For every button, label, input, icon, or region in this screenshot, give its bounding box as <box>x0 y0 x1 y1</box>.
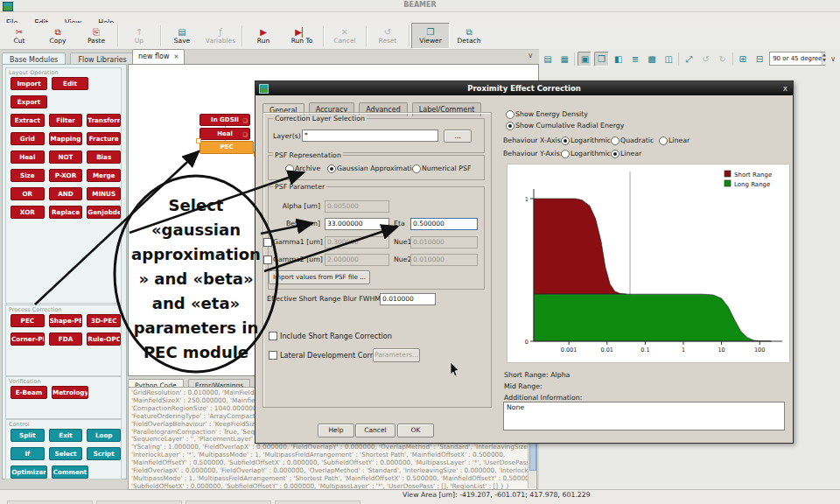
module-button-optimizer[interactable]: Optimizer <box>10 466 47 479</box>
module-button-loop[interactable]: Loop <box>87 429 121 442</box>
module-button-metrology[interactable]: Metrology <box>52 386 88 399</box>
radio-y-logarithmic[interactable] <box>561 150 570 158</box>
module-button-shape-pec[interactable]: Shape-PEC <box>49 314 83 327</box>
lateral-development-checkbox[interactable] <box>269 351 277 360</box>
module-button-transform[interactable]: Transform <box>87 114 121 127</box>
viewer-toolbar-separator <box>574 52 575 66</box>
viewer-button[interactable]: ❐Viewer <box>411 23 450 49</box>
beta-input[interactable]: 33.000000 <box>325 218 389 230</box>
layers-input[interactable]: * <box>302 130 438 142</box>
module-button-p-xor[interactable]: P-XOR <box>49 169 83 182</box>
save-view-icon[interactable]: ▤ <box>541 52 555 66</box>
module-button-not[interactable]: NOT <box>49 150 83 164</box>
module-button-mapping[interactable]: Mapping <box>49 132 83 145</box>
module-button-size[interactable]: Size <box>10 169 45 182</box>
flow-node-in-gdsii[interactable]: In GDSII❏ <box>200 114 250 126</box>
zoom-in-icon[interactable]: ⊞ <box>736 52 750 66</box>
radio-show-cumulative[interactable] <box>506 122 514 130</box>
dialog-titlebar[interactable]: Proximity Effect Correction x <box>256 81 793 95</box>
run-button[interactable]: ▶Run <box>244 23 283 49</box>
module-button-bias[interactable]: Bias <box>87 150 121 164</box>
gamma1-checkbox[interactable] <box>263 238 272 247</box>
module-button-import[interactable]: Import <box>10 77 47 90</box>
union-view-icon[interactable]: ◫ <box>662 52 676 66</box>
ok-button[interactable]: OK <box>397 424 434 438</box>
flow-node-pec[interactable]: PEC <box>200 141 254 154</box>
radio-gaussian-approximation[interactable] <box>327 164 336 173</box>
module-button-comment[interactable]: Comment <box>52 466 88 479</box>
radio-archive[interactable] <box>285 164 294 173</box>
copy-button[interactable]: ⧉Copy <box>38 23 77 49</box>
outline-view-icon[interactable]: ❐ <box>594 52 608 66</box>
module-button-3d-pec[interactable]: 3D-PEC <box>87 314 121 327</box>
tab-new-flow[interactable]: new flow✕ <box>132 49 185 64</box>
module-button-xor[interactable]: XOR <box>10 206 45 219</box>
module-button-if[interactable]: If <box>10 447 45 460</box>
zoom-out-icon[interactable]: ⊟ <box>752 52 766 66</box>
cancel-button[interactable]: Cancel <box>355 424 396 438</box>
show-cumulative-label: Show Cumulative Radial Energy <box>515 122 624 130</box>
additional-info-label: Additional Information: <box>504 394 582 402</box>
section-title: Verification <box>9 378 41 385</box>
angle-select[interactable]: 90 or 45 degree▲▼ <box>769 52 825 66</box>
code-scrollbar-thumb[interactable] <box>529 439 536 471</box>
flow-node-heal[interactable]: Heal❏ <box>200 128 250 140</box>
cut-button[interactable]: ✂Cut <box>0 23 38 49</box>
module-button-e-beam[interactable]: E-Beam <box>10 386 47 399</box>
module-button-fda[interactable]: FDA <box>49 332 83 346</box>
gamma2-checkbox[interactable] <box>263 256 272 264</box>
module-button-exit[interactable]: Exit <box>49 429 83 442</box>
help-button[interactable]: Help <box>318 424 354 438</box>
layers-icon[interactable]: ≣ <box>628 52 642 66</box>
include-short-range-checkbox[interactable] <box>269 332 277 340</box>
close-tab-icon[interactable]: ✕ <box>174 53 179 60</box>
module-button-script[interactable]: Script <box>87 447 121 460</box>
run-to-button[interactable]: ▶▏Run To <box>283 23 321 49</box>
module-button-export[interactable]: Export <box>10 95 47 108</box>
angle-spinner[interactable]: ▲▼ <box>822 52 825 65</box>
hatch-fill-icon[interactable]: ▩ <box>645 52 659 66</box>
section-rows: ImportEditExportExtractFilterTransformGr… <box>6 77 121 224</box>
viewer-toolbar-overflow-chevron-icon[interactable]: ∨ <box>830 55 836 63</box>
save-button[interactable]: ▤Save <box>163 23 201 49</box>
radio-x-quadratic[interactable] <box>611 136 620 145</box>
radio-numerical-psf[interactable] <box>412 164 421 173</box>
module-button-or[interactable]: OR <box>10 187 45 200</box>
module-button-and[interactable]: AND <box>49 187 83 200</box>
solid-view-icon[interactable]: ▣ <box>578 52 592 66</box>
module-button-extract[interactable]: Extract <box>10 114 45 127</box>
selection-handle[interactable] <box>196 138 201 144</box>
fwhm-input[interactable]: 0.010000 <box>380 293 436 305</box>
eta-input[interactable]: 0.500000 <box>410 218 478 230</box>
display-icon[interactable]: ▦ <box>557 52 571 66</box>
module-button-filter[interactable]: Filter <box>49 114 83 127</box>
module-button-minus[interactable]: MINUS <box>87 187 121 200</box>
module-button-grid[interactable]: Grid <box>10 132 45 145</box>
layers-browse-button[interactable]: ... <box>444 130 472 143</box>
radio-x-linear[interactable] <box>659 136 668 145</box>
module-row: GridMappingFracture <box>6 132 121 145</box>
module-button-rule-opc[interactable]: Rule-OPC <box>87 332 121 346</box>
module-button-replace[interactable]: Replace <box>49 206 83 219</box>
radio-x-logarithmic[interactable] <box>561 136 570 145</box>
radio-y-linear[interactable] <box>611 150 620 158</box>
import-psf-button[interactable]: Import values from PSF file ... <box>269 270 370 284</box>
tab-overflow-chevron-icon[interactable]: ∨ <box>528 52 533 60</box>
detach-button[interactable]: ⧉Detach <box>450 23 488 49</box>
module-button-edit[interactable]: Edit <box>52 77 88 90</box>
paste-button[interactable]: ⎘Paste <box>77 23 116 49</box>
module-button-heal[interactable]: Heal <box>10 150 45 164</box>
module-button-fracture[interactable]: Fracture <box>87 132 121 145</box>
module-button-merge[interactable]: Merge <box>87 169 121 182</box>
module-button-pec[interactable]: PEC <box>10 314 45 327</box>
flip-view-icon[interactable]: ◧ <box>612 52 626 66</box>
module-button-genjobdeck[interactable]: Genjobdeck <box>87 206 121 219</box>
zoom-fit-icon[interactable]: ⤢ <box>682 52 696 66</box>
dialog-close-icon[interactable]: x <box>783 81 788 95</box>
module-button-corner-pec[interactable]: Corner-PEC <box>10 332 45 346</box>
run-icon: ▶ <box>260 27 267 37</box>
module-row: ImportEdit <box>6 77 121 90</box>
module-button-select[interactable]: Select <box>49 447 83 460</box>
module-button-split[interactable]: Split <box>10 429 45 442</box>
radio-show-energy-density[interactable] <box>506 110 514 119</box>
